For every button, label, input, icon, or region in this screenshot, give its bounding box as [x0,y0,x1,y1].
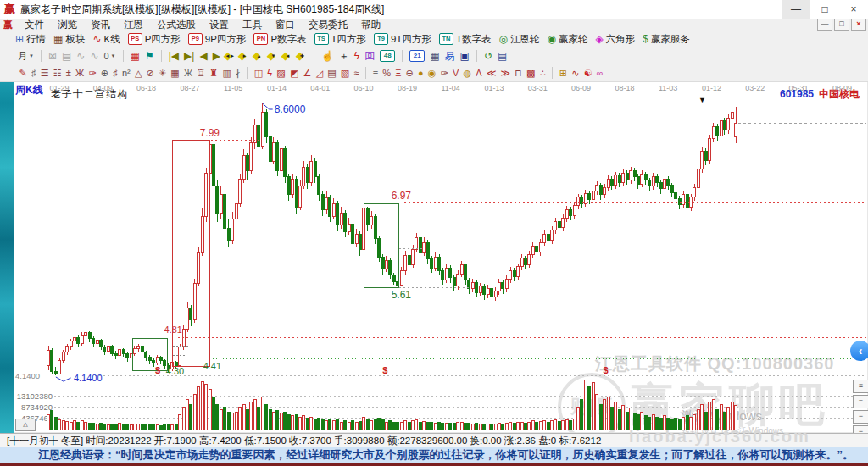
drawing-tool-icon-8[interactable]: ♯ [113,65,118,80]
toolbar-button-sectors[interactable]: ▦板块 [53,33,85,46]
drawing-tool-icon-4[interactable]: ± [66,65,71,80]
drawing-tool-icon-23[interactable]: ◩ [290,65,298,80]
toolbar-button-t-square[interactable]: TST四方形 [314,33,367,46]
drawing-tool-icon-12[interactable]: ✳ [159,65,166,80]
drawing-tool-icon-35[interactable]: ◉ [428,65,437,80]
zoom-out-diamond-icon[interactable]: ◆◄► [224,49,236,63]
drawing-tool-icon-40[interactable]: ≪ [487,65,497,80]
next-bar-icon[interactable]: ▶ [213,48,220,64]
drawing-tool-icon-46[interactable]: ⊞ [559,65,567,80]
drawing-tool-icon-21[interactable]: ϟ [267,65,272,80]
drawing-tool-icon-2[interactable]: ☰ [41,65,49,80]
pane-split-button-1[interactable]: ≡ [853,380,868,393]
flag-tool-icon[interactable]: ⚑ [145,48,154,64]
drawing-tool-icon-26[interactable]: ▤ [327,65,336,80]
save-icon[interactable]: ▣ [460,48,470,64]
drawing-tool-icon-27[interactable]: ▧ [341,65,349,80]
pan-right-diamond-icon[interactable]: ◆► [238,49,251,63]
zigzag-tool-icon[interactable]: ϟ [354,48,359,64]
drawing-tool-icon-3[interactable]: ☷ [53,65,62,80]
close-view-icon[interactable]: ⊠ [48,48,57,64]
center-diamond-icon[interactable]: ◆✚ [296,49,309,63]
menu-item-帮助[interactable]: 帮助 [354,19,387,31]
up-diamond-icon[interactable]: ◆▲ [253,49,265,63]
drawing-tool-icon-37[interactable]: V [453,65,459,80]
drawing-tool-icon-42[interactable]: ⊓ [515,65,522,80]
prev-bar-icon[interactable]: ◀ [199,48,207,64]
drawing-tool-icon-31[interactable]: % [382,65,391,80]
toolbar-button-p-number-table[interactable]: PNP数字表 [253,33,306,46]
toolbar-button-kline[interactable]: ∿K线 [92,33,120,46]
drawing-tool-icon-28[interactable]: ≈ [353,65,359,80]
trend-gray-1-icon[interactable]: ∿ [76,48,85,64]
menu-item-工具[interactable]: 工具 [236,19,269,31]
volume-collapse-button[interactable]: △ [15,419,36,431]
maximize-button[interactable]: □ [810,0,839,19]
drawing-tool-icon-47[interactable]: ∿ [571,65,579,80]
pane-split-button-3[interactable]: − [853,410,868,424]
menu-item-公式选股[interactable]: 公式选股 [150,19,203,31]
fib-48-icon[interactable]: 48 [380,50,395,62]
drawing-tool-icon-22[interactable]: ▨ [276,65,285,80]
toolbar-button-winner-service[interactable]: $赢家服务 [643,33,690,46]
drawing-tool-icon-15[interactable]: ♖ [197,65,205,80]
crosshair-tool-icon[interactable]: ＋ [339,48,349,64]
list-view-icon[interactable]: ▤ [62,48,71,64]
trend-gray-2-icon[interactable]: ∿ [90,48,98,64]
drawing-tool-icon-18[interactable]: ∤ [236,65,241,80]
drawing-tool-icon-39[interactable]: Λ [476,65,481,80]
grid-tool-icon[interactable]: ▦ [131,48,140,64]
drawing-tool-icon-24[interactable]: ∠ [303,65,312,80]
drawing-tool-icon-20[interactable]: ◫ [254,65,263,80]
drawing-tool-icon-41[interactable]: ≫ [501,65,511,80]
close-button[interactable]: × [839,0,868,19]
drawing-tool-icon-11[interactable]: ⊘ [147,65,154,80]
drawing-tool-icon-16[interactable]: ♜ [209,65,218,80]
drawing-tool-icon-44[interactable]: ∴ [540,65,546,80]
toolbar-button-winner-wheel[interactable]: ◉赢家轮 [548,33,588,46]
drawing-tool-icon-36[interactable]: ✑ [441,65,448,80]
drawing-tool-icon-30[interactable]: ≡ [373,65,378,80]
menu-item-交易委托[interactable]: 交易委托 [302,19,354,31]
toolbar-button-gann-wheel[interactable]: ◎江恩轮 [499,33,540,46]
mdi-close-button[interactable]: × [851,19,866,31]
last-bar-icon[interactable]: ▶| [184,48,194,64]
menu-item-资讯[interactable]: 资讯 [84,19,117,31]
drawing-tool-icon-9[interactable]: n² [122,65,131,80]
pane-split-button-2[interactable]: = [853,395,868,408]
menu-item-文件[interactable]: 文件 [18,19,51,31]
menu-item-浏览[interactable]: 浏览 [51,19,84,31]
calculator-icon[interactable]: ▦ [430,48,439,64]
drawing-tool-icon-0[interactable]: ✎ [19,65,27,80]
calendar-icon[interactable]: 21 [409,50,425,62]
export-icon[interactable]: ▤ [498,48,507,64]
chart-panel[interactable]: 江恩工具软件 QQ:100800360 财|赢 赢家聊吧 激活 Windows … [14,81,868,433]
toolbar-button-9p-square[interactable]: P99P四方形 [188,33,247,46]
drawing-tool-icon-13[interactable]: ▦ [170,65,179,80]
window-tool-icon[interactable]: 回 [364,48,375,64]
drawing-tool-icon-48[interactable]: ☯ [584,65,593,80]
toolbar-button-9t-square[interactable]: T99T四方形 [374,33,431,46]
period-selector-icon[interactable]: 月▼ [18,50,34,63]
drawing-tool-icon-32[interactable]: Ξ [395,65,401,80]
refresh-data-icon[interactable]: ↺ [484,48,492,64]
toolbar-button-t-number-table[interactable]: TNT数字表 [439,33,492,46]
drawing-tool-icon-5[interactable]: Ж [75,65,84,80]
toolbar-button-quotes[interactable]: ⊞行情 [15,33,46,46]
drawing-tool-icon-33[interactable]: ⊖ [406,65,414,80]
hand-tool-icon[interactable]: ☝ [321,48,334,64]
pan-left-diamond-icon[interactable]: ◆◄ [281,49,294,63]
drawing-tool-icon-14[interactable]: Ж [184,65,192,80]
menu-item-江恩[interactable]: 江恩 [117,19,150,31]
drawing-tool-icon-38[interactable]: ◍ [464,65,472,80]
drawing-tool-icon-17[interactable]: ▥ [222,65,231,80]
menu-item-窗口[interactable]: 窗口 [269,19,302,31]
sidebar-chevron-button[interactable]: ‹ [850,341,868,361]
kline-chart[interactable]: 01-2904-0906-1808-2711-0501-1404-0106-10… [14,81,868,433]
drawing-tool-icon-10[interactable]: △ [135,65,142,80]
drawing-tool-icon-43[interactable]: ▩ [526,65,535,80]
mdi-minimize-button[interactable]: — [817,19,832,31]
drawing-tool-icon-6[interactable]: ✑ [88,65,96,80]
down-diamond-icon[interactable]: ◆▼ [267,49,280,63]
drawing-tool-icon-49[interactable]: ∞ [597,65,604,80]
